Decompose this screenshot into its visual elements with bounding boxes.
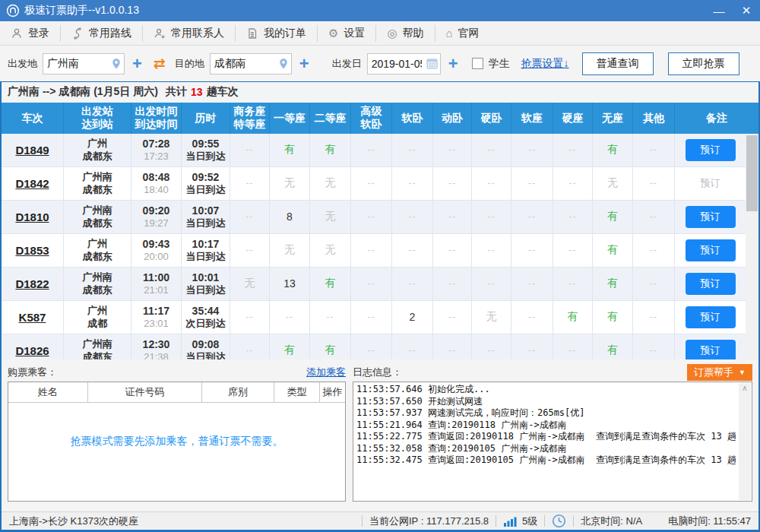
book-button[interactable]: 预订	[686, 340, 736, 359]
log-line: 11:55:21.964 查询:20190118 广州南->成都南	[356, 420, 736, 432]
seat-availability: --	[569, 178, 577, 188]
seat-availability: --	[448, 278, 456, 289]
seat-availability: --	[409, 178, 416, 188]
help-icon: ◎	[387, 27, 397, 39]
toolbar-item-login[interactable]: 登录	[0, 25, 60, 42]
book-button[interactable]: 预订	[686, 273, 736, 295]
to-input[interactable]	[211, 55, 277, 73]
duration: 10:01	[192, 271, 220, 284]
booking-helper-label: 订票帮手	[694, 366, 733, 379]
train-number-link[interactable]: K587	[19, 311, 46, 324]
toolbar-item-routes[interactable]: 常用路线	[60, 25, 142, 42]
toolbar-item-settings[interactable]: ⚙设置	[317, 25, 375, 42]
seat-availability: --	[368, 211, 375, 222]
booking-helper-button[interactable]: 订票帮手 ▼	[687, 364, 752, 381]
depart-time: 09:20	[143, 204, 170, 217]
log-line: 11:55:32.058 查询:20190105 广州南->成都南	[356, 443, 736, 455]
seat-availability: --	[286, 312, 293, 322]
user-icon	[11, 27, 23, 40]
column-header: 其他	[632, 103, 674, 134]
add-to-button[interactable]: +	[297, 55, 312, 72]
train-row: D1822广州南成都东11:0021:0110:01当日到达无13有------…	[2, 268, 746, 301]
minimize-button[interactable]: —	[705, 0, 733, 21]
train-number-link[interactable]: D1810	[15, 211, 49, 223]
train-number-link[interactable]: D1826	[15, 344, 49, 357]
seat-availability: --	[488, 178, 496, 188]
toolbar-item-website[interactable]: ⌂官网	[435, 25, 490, 42]
seat-availability: --	[488, 245, 496, 255]
seat-availability: --	[569, 278, 577, 289]
toolbar-item-contacts[interactable]: 常用联系人	[142, 25, 235, 42]
clock-icon[interactable]	[552, 514, 566, 528]
add-date-button[interactable]: +	[446, 55, 461, 72]
from-input[interactable]	[43, 55, 110, 73]
scroll-up-icon[interactable]: ∧	[739, 383, 751, 394]
seat-availability: --	[246, 144, 254, 155]
book-button[interactable]: 预订	[686, 139, 736, 161]
train-number-link[interactable]: D1842	[15, 177, 49, 190]
signal-bars-icon	[503, 515, 518, 527]
seat-availability: 有	[325, 277, 336, 290]
seat-availability: 有	[607, 344, 618, 357]
close-button[interactable]: ✕	[733, 0, 760, 21]
arrival-day: 当日到达	[186, 217, 226, 230]
seat-availability: --	[448, 245, 456, 255]
passenger-column-header: 类型	[274, 382, 320, 402]
book-button[interactable]: 预订	[686, 239, 736, 261]
date-input[interactable]	[368, 55, 426, 73]
depart-time: 11:00	[143, 271, 169, 284]
seat-availability: --	[488, 278, 496, 289]
date-label: 出发日	[332, 57, 362, 71]
passenger-panel-title: 购票乘客：	[8, 366, 57, 379]
main-toolbar: 登录常用路线常用联系人我的订单⚙设置◎帮助⌂官网	[0, 21, 760, 46]
seat-availability: --	[368, 178, 375, 188]
seat-availability: --	[488, 345, 496, 356]
log-line: 11:53:57.937 网速测试完成，响应时间：265ms[优]	[356, 407, 736, 420]
swap-stations-icon[interactable]: ⇄	[150, 56, 169, 71]
book-button[interactable]: 预订	[686, 306, 736, 328]
seat-availability: --	[327, 312, 334, 322]
toolbar-item-orders[interactable]: 我的订单	[235, 25, 317, 42]
arrive-time: 21:01	[144, 284, 169, 296]
summary-route: 广州南 --> 成都南 (1月5日 周六)	[8, 85, 158, 99]
status-bar: 上海南->长沙 K1373次的硬座 当前公网IP : 117.177.215.8…	[2, 511, 758, 530]
train-number-link[interactable]: D1853	[15, 244, 49, 257]
seat-availability: --	[528, 345, 536, 356]
add-from-button[interactable]: +	[130, 55, 144, 72]
seat-availability: --	[448, 144, 456, 155]
seat-availability: --	[246, 312, 254, 322]
column-header: 出发站达到站	[63, 103, 131, 134]
log-panel: 日志信息： 订票帮手 ▼ 11:53:57.646 初始化完成...11:53:…	[353, 363, 752, 502]
normal-query-button[interactable]: 普通查询	[582, 52, 654, 75]
seat-availability: 2	[410, 311, 416, 323]
student-checkbox[interactable]	[472, 58, 483, 69]
train-number-link[interactable]: D1822	[15, 277, 49, 290]
table-scrollbar[interactable]	[746, 134, 758, 359]
arrive-time: 23:01	[144, 318, 169, 330]
arrive-time: 18:40	[144, 184, 169, 196]
student-label: 学生	[489, 57, 510, 71]
home-icon: ⌂	[446, 27, 453, 39]
seat-availability: --	[409, 278, 416, 289]
seat-availability: 有	[607, 243, 618, 257]
book-button[interactable]: 预订	[686, 206, 736, 228]
toolbar-item-help[interactable]: ◎帮助	[375, 25, 434, 42]
grab-settings-link[interactable]: 抢票设置↓	[521, 57, 569, 71]
title-bar: 极速订票助手--v1.0.0.13 — ✕	[0, 0, 760, 21]
toolbar-item-label: 设置	[344, 27, 365, 40]
passenger-column-header: 证件号码	[88, 382, 202, 402]
seat-availability: --	[409, 144, 416, 155]
table-scrollbar-thumb[interactable]	[746, 135, 758, 211]
seat-availability: --	[650, 211, 657, 222]
arrival-day: 当日到达	[186, 150, 226, 163]
seat-availability: 无	[325, 210, 336, 223]
seat-availability: 有	[325, 143, 336, 157]
log-scrollbar[interactable]: ∧	[739, 383, 751, 500]
grab-ticket-button[interactable]: 立即抢票	[668, 52, 739, 75]
seat-availability: --	[246, 211, 254, 222]
add-passenger-link[interactable]: 添加乘客	[306, 366, 346, 379]
column-header: 备注	[674, 103, 758, 134]
column-header: 硬座	[553, 103, 592, 134]
seat-availability: --	[409, 245, 416, 255]
train-number-link[interactable]: D1849	[15, 144, 49, 157]
